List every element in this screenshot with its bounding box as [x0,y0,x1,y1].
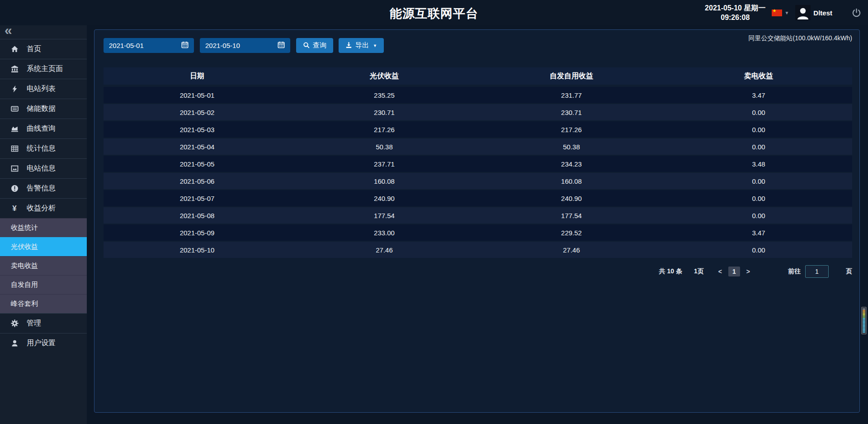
table-row: 2021-05-03217.26217.260.00 [104,121,852,138]
table-cell: 2021-05-10 [104,246,291,254]
color-strip-segment [863,330,865,331]
battery-icon [10,105,19,113]
color-strip-segment [863,317,865,318]
sidebar-item-label: 收益分析 [27,204,56,213]
table-row: 2021-05-06160.08160.080.00 [104,173,852,189]
table-cell: 0.00 [665,177,852,185]
area-chart-icon [10,125,19,133]
color-strip-widget[interactable] [861,307,867,334]
goto-page-input[interactable] [805,265,829,278]
query-button-label: 查询 [313,41,326,50]
color-strip-segment [863,321,865,322]
submenu-item[interactable]: 自发自用 [0,275,87,294]
color-strip-segment [863,324,865,324]
pagination-total: 共 10 条 [659,267,682,276]
table-body: 2021-05-01235.25231.773.472021-05-02230.… [104,87,852,258]
sidebar-item-bank[interactable]: 系统主页面 [0,59,87,79]
sidebar-item-label: 电站列表 [27,84,56,94]
submenu: 收益统计光伏收益卖电收益自发自用峰谷套利 [0,218,87,313]
color-strip-segment [863,314,865,315]
sidebar-item-gear[interactable]: 管理 [0,313,87,333]
end-date-value: 2021-05-10 [205,42,240,49]
table-cell: 2021-05-07 [104,195,291,202]
table-cell: 2021-05-09 [104,229,291,237]
time-text: 09:26:08 [705,13,765,22]
color-strip-segment [863,319,865,320]
table-cell: 2021-05-05 [104,160,291,168]
username[interactable]: Dltest [813,9,832,17]
sidebar-item-area-chart[interactable]: 曲线查询 [0,119,87,138]
table-row: 2021-05-09233.00229.523.47 [104,224,852,241]
table-cell: 50.38 [478,143,665,151]
prev-page-button[interactable]: < [716,268,725,275]
alert-icon [10,185,19,192]
sidebar-item-bolt[interactable]: 电站列表 [0,79,87,99]
submenu-item[interactable]: 光伏收益 [0,237,87,256]
color-strip-segment [863,328,865,329]
language-selector[interactable]: ★ ▼ [772,10,789,16]
table-cell: 2021-05-01 [104,91,291,99]
table-cell: 2021-05-03 [104,126,291,133]
pagination: 共 10 条 1页 < 1 > 前往 页 [94,265,852,278]
station-label: 同里公交储能站(100.0kW/160.4kWh) [749,34,853,43]
color-strip-segment [863,309,865,310]
table-cell: 217.26 [478,126,665,133]
color-strip-segment [863,318,865,319]
table-cell: 2021-05-04 [104,143,291,151]
content-area: 同里公交储能站(100.0kW/160.4kWh) 2021-05-01 202… [87,25,868,424]
table-cell: 233.00 [291,229,478,237]
table-icon [10,145,19,152]
table-row: 2021-05-01235.25231.773.47 [104,87,852,103]
start-date-input[interactable]: 2021-05-01 [104,38,194,53]
datetime-display: 2021-05-10 星期一 09:26:08 [705,3,765,22]
sidebar-menu: 首页系统主页面电站列表储能数据曲线查询统计信息电站信息告警信息¥收益分析收益统计… [0,39,87,353]
sidebar-item-yen[interactable]: ¥收益分析 [0,198,87,218]
table-cell: 230.71 [478,109,665,116]
content-panel: 同里公交储能站(100.0kW/160.4kWh) 2021-05-01 202… [94,29,860,413]
table-cell: 27.46 [478,246,665,254]
table-cell: 50.38 [291,143,478,151]
color-strip-segment [863,313,865,314]
column-header: 日期 [104,71,291,81]
query-button[interactable]: 查询 [296,38,333,53]
sidebar-item-table[interactable]: 统计信息 [0,138,87,158]
power-button[interactable] [851,8,862,18]
sidebar-item-label: 用户设置 [27,338,56,348]
start-date-value: 2021-05-01 [109,42,144,49]
sidebar-item-station-image[interactable]: 电站信息 [0,158,87,178]
submenu-item[interactable]: 卖电收益 [0,256,87,275]
end-date-input[interactable]: 2021-05-10 [200,38,290,53]
table-cell: 177.54 [291,212,478,219]
goto-page-unit: 页 [846,267,852,276]
column-header: 卖电收益 [665,71,852,81]
sidebar-item-home[interactable]: 首页 [0,39,87,59]
station-image-icon [10,165,19,172]
submenu-item[interactable]: 收益统计 [0,218,87,237]
table-cell: 0.00 [665,126,852,133]
sidebar-item-user[interactable]: 用户设置 [0,333,87,353]
table-cell: 2021-05-06 [104,177,291,185]
sidebar-item-alert[interactable]: 告警信息 [0,178,87,198]
toolbar: 2021-05-01 2021-05-10 查询 导出 ▼ [104,38,853,53]
sidebar-item-label: 曲线查询 [27,124,56,133]
export-button-label: 导出 [355,41,369,50]
table-cell: 235.25 [291,91,478,99]
table-row: 2021-05-0450.3850.380.00 [104,138,852,155]
next-page-button[interactable]: > [744,268,753,275]
sidebar-item-label: 系统主页面 [27,64,63,74]
color-strip-segment [863,329,865,330]
export-button[interactable]: 导出 ▼ [339,38,384,53]
table-cell: 3.47 [665,229,852,237]
table-cell: 177.54 [478,212,665,219]
submenu-item[interactable]: 峰谷套利 [0,294,87,313]
sidebar-item-battery[interactable]: 储能数据 [0,99,87,119]
table-row: 2021-05-1027.4627.460.00 [104,242,852,258]
current-page-button[interactable]: 1 [728,267,740,276]
avatar[interactable] [795,5,811,20]
table-cell: 2021-05-08 [104,212,291,219]
table-row: 2021-05-02230.71230.710.00 [104,104,852,120]
goto-page-label: 前往 [788,267,801,276]
column-header: 光伏收益 [291,71,478,81]
sidebar-item-label: 告警信息 [27,184,56,193]
collapse-sidebar-button[interactable]: « [0,25,87,39]
